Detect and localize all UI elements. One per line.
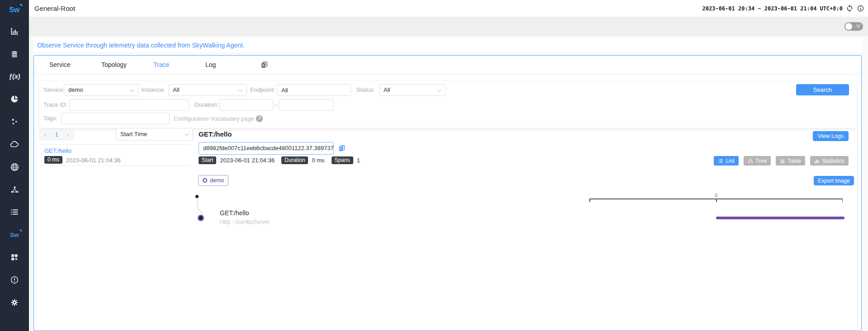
trace-root-node[interactable] xyxy=(195,195,199,198)
service-legend-chip[interactable]: demo xyxy=(198,175,228,186)
legend-ring-icon xyxy=(203,178,207,183)
service-select[interactable]: demo xyxy=(64,84,139,96)
main-panel: Service Topology Trace Log Service: demo… xyxy=(33,55,862,331)
sidebar-item-browser[interactable] xyxy=(0,156,29,178)
sidebar-item-cloud[interactable] xyxy=(0,133,29,156)
trace-list-item[interactable]: GET:/hello 0 ms 2023-06-01 21:04:36 xyxy=(40,144,190,166)
ruler-tick xyxy=(589,199,590,202)
notice-text: Observe Service through telemetry data c… xyxy=(37,42,245,49)
trace-duration-badge: 0 ms xyxy=(44,156,62,164)
toggle-label: V xyxy=(857,24,860,29)
copy-trace-id-icon[interactable] xyxy=(338,144,346,152)
tab-service[interactable]: Service xyxy=(49,61,101,68)
ruler-tick xyxy=(842,199,843,202)
chevron-down-icon xyxy=(437,88,442,92)
prev-page-button[interactable]: ‹ xyxy=(44,129,46,140)
current-page[interactable]: 1 xyxy=(55,131,58,138)
endpoint-input[interactable] xyxy=(277,84,351,96)
page-title: General-Root xyxy=(34,5,75,12)
sidebar-item-service-mesh[interactable] xyxy=(0,110,29,133)
sidebar-item-functions[interactable]: ƒ(x) xyxy=(0,65,29,88)
span-component: Http - GoHttpServer xyxy=(220,219,270,225)
view-toggle[interactable]: V xyxy=(844,22,863,31)
help-icon[interactable]: ? xyxy=(256,115,263,122)
sidebar-item-dashboard[interactable] xyxy=(0,20,29,43)
info-icon[interactable] xyxy=(857,5,864,12)
view-logs-button[interactable]: View Logs xyxy=(813,131,849,141)
trace-detail-title: GET:/hello xyxy=(199,130,232,138)
trace-meta-row: Start 2023-06-01 21:04:36 Duration 0 ms … xyxy=(199,156,360,164)
trace-endpoint-link[interactable]: GET:/hello xyxy=(44,147,71,154)
instance-select[interactable]: All xyxy=(168,84,247,96)
view-mode-tree-button[interactable]: Tree xyxy=(744,156,771,166)
sidebar-item-dashboards[interactable] xyxy=(0,246,29,269)
functions-icon: ƒ(x) xyxy=(9,73,20,80)
sidebar-item-events[interactable] xyxy=(0,201,29,223)
view-mode-list-button[interactable]: List xyxy=(714,156,738,166)
status-select[interactable]: All xyxy=(379,84,446,96)
timezone[interactable]: UTC+8:0 xyxy=(820,5,843,12)
trace-id-label: Trace ID: xyxy=(43,99,67,111)
span-node-dot[interactable] xyxy=(198,215,204,221)
toolbar-band: V xyxy=(29,17,868,36)
tab-log[interactable]: Log xyxy=(205,61,257,68)
start-value: 2023-06-01 21:04:36 xyxy=(220,157,275,164)
duration-label: Duration: xyxy=(194,99,218,111)
view-mode-table-button[interactable]: Table xyxy=(776,156,805,166)
refresh-icon[interactable] xyxy=(846,5,854,12)
tab-trace[interactable]: Trace xyxy=(153,61,205,68)
tags-input[interactable] xyxy=(61,113,170,124)
grid-plus-icon xyxy=(10,253,19,262)
chevron-down-icon xyxy=(185,132,189,136)
duration-max-input[interactable] xyxy=(279,99,334,111)
sort-select[interactable]: Start Time xyxy=(116,128,193,141)
export-image-button[interactable]: Export image xyxy=(814,176,854,185)
start-badge: Start xyxy=(199,156,216,164)
list-view-icon xyxy=(718,158,723,164)
ruler-zero-label: 0 xyxy=(715,193,717,198)
timeline-ruler: 0 xyxy=(589,199,843,202)
chevron-down-icon xyxy=(238,88,243,92)
list-icon xyxy=(10,208,19,217)
span-name: GET:/hello xyxy=(220,209,249,217)
duration-separator: - xyxy=(275,99,277,111)
duration-badge: Duration xyxy=(281,156,308,164)
trace-id-select[interactable]: d8982fde007c11eeb6cbacde48001122.37.3897… xyxy=(199,142,334,155)
search-button[interactable]: Search xyxy=(796,84,849,95)
chevron-down-icon xyxy=(130,88,135,92)
header-right-group: 2023-06-01 20:34 ~ 2023-06-01 21:04 UTC+… xyxy=(702,0,864,17)
time-range[interactable]: 2023-06-01 20:34 ~ 2023-06-01 21:04 xyxy=(702,5,817,12)
skywalking-icon: Sw xyxy=(10,232,19,238)
spans-value: 1 xyxy=(357,157,360,164)
trace-id-input[interactable] xyxy=(69,99,189,111)
duration-min-input[interactable] xyxy=(219,99,273,111)
copy-dashboard-icon[interactable] xyxy=(260,61,269,69)
alert-hexagon-icon xyxy=(10,275,19,284)
tab-topology[interactable]: Topology xyxy=(101,61,153,68)
span-duration-bar[interactable] xyxy=(716,217,844,219)
sidebar-item-infrastructure[interactable] xyxy=(0,178,29,201)
sidebar-item-settings[interactable] xyxy=(0,291,29,314)
sidebar-item-database[interactable] xyxy=(0,43,29,65)
toggle-knob xyxy=(845,23,852,30)
sidebar-item-skywalking[interactable]: Sw xyxy=(0,223,29,246)
tree-view-icon xyxy=(748,158,753,164)
scrollbar[interactable] xyxy=(857,129,858,328)
ruler-tick xyxy=(716,199,717,202)
vocabulary-link[interactable]: Configuration Vocabulary page xyxy=(174,115,254,122)
next-page-button[interactable]: › xyxy=(67,129,69,140)
instance-label: Instance: xyxy=(141,84,165,96)
tags-label: Tags: xyxy=(43,113,57,124)
view-mode-statistics-button[interactable]: Statistics xyxy=(810,156,849,166)
skywalking-logo[interactable]: Sw xyxy=(0,0,29,20)
table-view-icon xyxy=(780,158,785,164)
duration-value: 0 ms xyxy=(312,157,324,164)
trace-list-pagination: ‹ 1 › xyxy=(39,129,74,140)
globe-icon xyxy=(10,162,19,172)
notice-banner: Observe Service through telemetry data c… xyxy=(33,38,863,52)
sidebar-item-alerting[interactable] xyxy=(0,269,29,291)
vocabulary-row: Configuration Vocabulary page ? xyxy=(174,113,263,124)
view-mode-buttons: List Tree Table xyxy=(714,156,849,166)
statistics-view-icon xyxy=(814,158,820,164)
sidebar-item-profiles[interactable] xyxy=(0,88,29,110)
